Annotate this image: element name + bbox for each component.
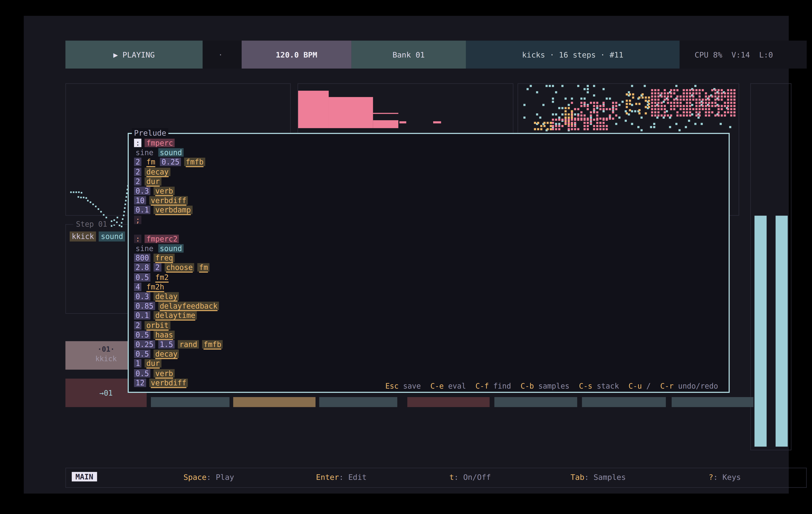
scatter-dot <box>644 85 646 87</box>
scatter-dot <box>648 96 650 99</box>
scatter-dot <box>699 105 701 107</box>
scatter-dot <box>676 105 678 107</box>
scatter-dot <box>558 119 560 121</box>
scatter-dot <box>724 111 726 113</box>
scatter-dot <box>590 117 592 119</box>
scatter-dot <box>686 108 688 110</box>
scatter-dot <box>679 95 682 98</box>
scatter-dot <box>638 112 640 114</box>
histogram-bar <box>329 97 373 128</box>
bank-cell[interactable] <box>672 397 753 407</box>
transport-status[interactable]: ▶ PLAYING <box>65 40 203 68</box>
scatter-dot <box>658 89 660 91</box>
code-token: 0.1 <box>134 311 150 320</box>
scatter-dot <box>540 128 542 130</box>
code-token: 1.5 <box>158 340 175 349</box>
waveform-dot <box>106 217 107 218</box>
scatter-dot <box>550 122 552 124</box>
code-token: 0.85 <box>134 302 155 310</box>
scatter-dot <box>596 102 599 104</box>
scatter-dot <box>694 85 696 87</box>
scatter-dot <box>603 128 605 130</box>
scatter-dot <box>651 89 653 91</box>
waveform-dot <box>121 222 122 223</box>
code-token: 0.5 <box>134 369 150 377</box>
scatter-dot <box>721 105 723 107</box>
scatter-dot <box>571 102 573 104</box>
scatter-dot <box>664 111 666 113</box>
scatter-dot <box>702 108 704 110</box>
code-token: 800 <box>134 254 150 262</box>
bank-cell[interactable] <box>151 397 230 407</box>
key-hint: Enter: Edit <box>316 473 367 482</box>
scatter-dot <box>695 102 698 104</box>
bpm-display[interactable]: 120.0 BPM <box>242 40 351 68</box>
scatter-dot <box>654 89 656 91</box>
bank-cell[interactable] <box>407 397 490 407</box>
pattern-info[interactable]: kicks · 16 steps · #11 <box>466 40 679 68</box>
code-line: 0.251.5randfmfb <box>134 339 226 349</box>
scatter-dot <box>727 92 729 94</box>
scatter-dot <box>628 113 630 116</box>
bank-cell[interactable] <box>319 397 397 407</box>
scatter-dot <box>561 125 563 127</box>
scatter-dot <box>596 128 599 130</box>
scatter-dot <box>571 113 573 116</box>
code-token: verbdiff <box>149 196 188 205</box>
scatter-dot <box>714 95 717 98</box>
bank-cell[interactable] <box>582 397 666 407</box>
scatter-dot <box>683 105 685 107</box>
scatter-dot <box>580 119 582 121</box>
scatter-dot <box>714 99 717 101</box>
scatter-dot <box>564 98 567 100</box>
waveform-dot <box>113 219 115 221</box>
scatter-dot <box>534 122 536 124</box>
scatter-dot <box>689 111 691 113</box>
code-token: sound <box>158 148 184 157</box>
scatter-dot <box>695 114 698 117</box>
scatter-dot <box>543 125 546 127</box>
scatter-dot <box>638 103 640 105</box>
scatter-dot <box>714 105 717 107</box>
scatter-dot <box>686 111 688 113</box>
code-token: 2 <box>134 168 142 176</box>
scatter-dot <box>537 128 539 130</box>
scatter-dot <box>689 102 691 104</box>
scatter-dot <box>695 99 698 101</box>
scatter-dot <box>699 89 701 91</box>
scatter-dot <box>727 108 729 110</box>
scatter-dot <box>615 108 617 110</box>
scatter-dot <box>699 114 701 117</box>
waveform-dot <box>78 191 80 193</box>
scatter-dot <box>718 95 720 98</box>
scatter-dot <box>705 108 707 110</box>
scatter-dot <box>727 95 729 98</box>
scatter-dot <box>708 99 710 101</box>
scatter-dot <box>552 128 554 130</box>
scatter-dot <box>631 110 633 112</box>
key-hint: Tab: Samples <box>571 473 626 482</box>
scatter-dot <box>673 92 675 94</box>
prelude-editor[interactable]: Prelude :fmpercsinesound2fm0.25fmfb2deca… <box>127 133 730 393</box>
scatter-dot <box>590 122 592 124</box>
scatter-dot <box>587 88 589 90</box>
bank-cell[interactable] <box>233 397 316 407</box>
histogram-bar <box>298 91 329 128</box>
scatter-dot <box>689 89 691 91</box>
code-line: sinesound <box>134 244 226 253</box>
histogram-bar <box>433 121 441 123</box>
bank-cell[interactable] <box>494 397 577 407</box>
scatter-dot <box>558 123 560 125</box>
scatter-dot <box>695 111 698 113</box>
screen: ▶ PLAYING · 120.0 BPM Bank 01 kicks · 16… <box>0 0 812 514</box>
bank-display[interactable]: Bank 01 <box>351 40 466 68</box>
scatter-dot <box>691 113 693 116</box>
code-token: fm <box>145 158 157 167</box>
scatter-dot <box>733 105 735 107</box>
scatter-dot <box>612 108 614 110</box>
scatter-dot <box>587 105 589 107</box>
scatter-dot <box>626 103 628 105</box>
scatter-dot <box>571 122 573 124</box>
scatter-dot <box>609 98 611 100</box>
keybind-hint: C-e eval <box>430 382 466 390</box>
